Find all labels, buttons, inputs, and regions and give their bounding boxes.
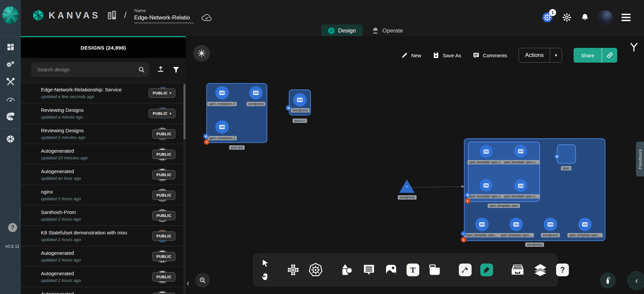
meshery-dock-button[interactable] bbox=[193, 45, 210, 62]
edge-wordpress-to-deployment[interactable] bbox=[407, 183, 468, 190]
error-count-badge[interactable]: 1 bbox=[461, 237, 466, 242]
design-list-item[interactable]: nginx updated 2 hours ago PUBLIC ▾ bbox=[21, 185, 186, 206]
freehand-draw-icon[interactable] bbox=[480, 264, 493, 276]
service-kind-badge[interactable] bbox=[404, 184, 409, 189]
node-wordpress-container[interactable] bbox=[249, 86, 263, 99]
list-scrollbar[interactable] bbox=[183, 83, 185, 294]
node-bottom-0[interactable] bbox=[475, 218, 489, 231]
organization-icon[interactable] bbox=[107, 9, 117, 21]
pen-tool-icon[interactable] bbox=[459, 264, 472, 276]
notifications-bell-icon[interactable] bbox=[581, 13, 589, 22]
pod-kind-badge[interactable] bbox=[554, 154, 559, 159]
save-as-button[interactable]: Save As bbox=[433, 52, 461, 59]
search-icon[interactable] bbox=[138, 66, 145, 73]
pod-kind-badge[interactable] bbox=[203, 134, 209, 139]
nav-toolkit-icon[interactable] bbox=[0, 74, 21, 89]
sidebar-logo-cell[interactable] bbox=[0, 0, 21, 37]
image-icon[interactable] bbox=[384, 263, 398, 277]
design-list-item[interactable]: Edge-Network-Relationship: Service updat… bbox=[21, 83, 186, 103]
user-avatar[interactable] bbox=[598, 10, 613, 25]
component-icon[interactable] bbox=[286, 263, 300, 277]
drawer-icon[interactable] bbox=[511, 263, 525, 277]
visibility-badge[interactable]: PUBLIC ▾ bbox=[152, 150, 175, 159]
visibility-badge[interactable]: PUBLIC ▾ bbox=[149, 88, 175, 98]
visibility-badge[interactable]: PUBLIC ▾ bbox=[152, 272, 175, 282]
visibility-badge[interactable]: PUBLIC ▾ bbox=[152, 191, 175, 200]
import-icon[interactable] bbox=[157, 66, 165, 74]
filter-icon[interactable] bbox=[172, 66, 180, 74]
actions-label[interactable]: Actions bbox=[519, 52, 550, 59]
actions-split-button[interactable]: Actions ▼ bbox=[519, 48, 562, 63]
node-bottom-1[interactable] bbox=[509, 218, 523, 231]
nav-lifecycle-icon[interactable] bbox=[0, 57, 21, 72]
panel-collapse-chevron[interactable]: ‹ bbox=[186, 278, 190, 288]
search-input[interactable] bbox=[37, 62, 138, 76]
visibility-badge[interactable]: PUBLIC ▾ bbox=[152, 231, 175, 241]
share-label[interactable]: Share bbox=[574, 53, 602, 58]
right-drawer-collapse-button[interactable]: ‹ bbox=[627, 271, 644, 290]
menu-hamburger-icon[interactable] bbox=[622, 14, 631, 21]
comments-button[interactable]: Comments bbox=[473, 52, 507, 59]
nav-performance-icon[interactable] bbox=[0, 92, 21, 106]
layer5-logo-icon[interactable] bbox=[2, 6, 18, 24]
node-spec-containers-0[interactable] bbox=[215, 86, 229, 99]
actions-dropdown-caret[interactable]: ▼ bbox=[550, 48, 562, 63]
pod-kind-badge[interactable] bbox=[465, 192, 470, 198]
pod-kind-badge[interactable] bbox=[286, 105, 291, 111]
shapes-icon[interactable] bbox=[340, 263, 354, 277]
error-count-badge[interactable]: 2 bbox=[204, 139, 209, 145]
nav-kanvas-icon[interactable] bbox=[0, 132, 21, 146]
comment-tool-icon[interactable] bbox=[362, 263, 376, 277]
design-list-item[interactable]: Autogenerated updated 2 hours ago PUBLIC… bbox=[21, 267, 186, 287]
settings-gear-icon[interactable] bbox=[562, 12, 572, 22]
visibility-badge[interactable]: PUBLIC ▾ bbox=[149, 109, 175, 118]
node-wordpress-pod[interactable] bbox=[293, 93, 307, 106]
text-tool-icon[interactable]: T bbox=[407, 264, 419, 276]
design-list-item[interactable]: K8 Statefulset demonstration with mou up… bbox=[21, 226, 186, 246]
node-template-container-0[interactable] bbox=[480, 145, 492, 158]
node-bottom-3[interactable] bbox=[578, 218, 592, 231]
feedback-tab[interactable]: Feedback bbox=[636, 142, 644, 176]
design-list-item[interactable]: Autogenerated updated 10 minutes ago PUB… bbox=[21, 144, 186, 165]
node-spec[interactable] bbox=[557, 144, 576, 164]
new-button[interactable]: New bbox=[401, 52, 421, 59]
share-split-button[interactable]: Share bbox=[574, 48, 617, 63]
tab-design[interactable]: Design bbox=[321, 24, 363, 37]
design-list-item[interactable]: Autogenerated updated 2 hours ago PUBLIC… bbox=[21, 287, 186, 294]
select-cursor-icon[interactable] bbox=[261, 259, 270, 268]
design-list-item[interactable]: Autogenerated updated 2 hours ago PUBLIC… bbox=[21, 246, 186, 267]
nav-mesh-catalog-icon[interactable] bbox=[0, 109, 21, 124]
help-button[interactable]: ? bbox=[8, 223, 17, 232]
kubernetes-context-button[interactable]: 1 bbox=[542, 12, 553, 23]
zoom-out-button[interactable] bbox=[195, 273, 210, 288]
visibility-badge[interactable]: PUBLIC ▾ bbox=[152, 129, 175, 139]
brand[interactable]: KANVAS bbox=[32, 9, 100, 22]
visibility-badge[interactable]: PUBLIC ▾ bbox=[152, 170, 175, 179]
nav-dashboard-icon[interactable] bbox=[0, 40, 21, 54]
node-template-container-1[interactable] bbox=[514, 145, 527, 157]
visibility-badge[interactable]: PUBLIC ▾ bbox=[152, 293, 175, 294]
copy-link-icon[interactable] bbox=[602, 48, 617, 63]
help-tool-icon[interactable]: ? bbox=[556, 264, 569, 276]
node-template-container-2[interactable] bbox=[480, 179, 492, 192]
visibility-badge[interactable]: PUBLIC ▾ bbox=[152, 211, 175, 220]
node-group-spec-template-spec[interactable] bbox=[468, 142, 540, 202]
design-list-item[interactable]: Reviewing Designs updated 2 minutes ago … bbox=[21, 124, 186, 144]
error-count-badge[interactable]: 1 bbox=[465, 198, 470, 204]
scrollbar-thumb[interactable] bbox=[183, 84, 185, 139]
layers-icon[interactable] bbox=[533, 263, 547, 277]
design-list-item[interactable]: Autogenerated updated an hour ago PUBLIC… bbox=[21, 165, 186, 185]
visibility-badge[interactable]: PUBLIC ▾ bbox=[152, 252, 175, 261]
search-box[interactable] bbox=[31, 62, 149, 77]
kubernetes-tool-icon[interactable] bbox=[309, 263, 323, 277]
design-list-item[interactable]: Reviewing Designs updated a minute ago P… bbox=[21, 103, 186, 124]
node-template-container-3[interactable] bbox=[514, 179, 527, 192]
note-icon[interactable] bbox=[428, 263, 441, 277]
extinguisher-button[interactable] bbox=[600, 273, 616, 289]
y-branch-icon[interactable] bbox=[629, 42, 639, 52]
design-canvas[interactable]: New Save As Comments Actions ▼ Share bbox=[186, 36, 644, 294]
node-bottom-2[interactable] bbox=[544, 218, 557, 231]
design-list-item[interactable]: Santhosh-Prom updated 2 hours ago PUBLIC… bbox=[21, 206, 186, 226]
node-spec-containers-1[interactable] bbox=[215, 120, 229, 134]
pan-hand-icon[interactable] bbox=[261, 272, 270, 281]
